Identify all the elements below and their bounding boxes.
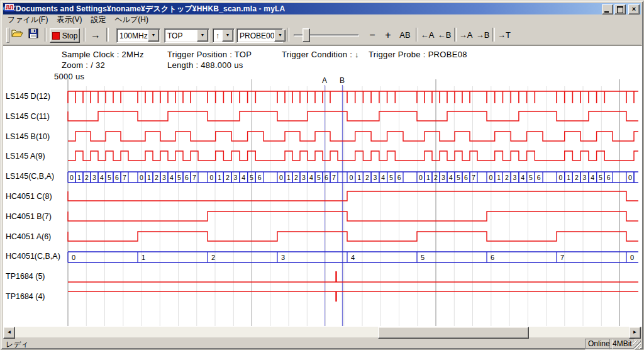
svg-text:3: 3: [302, 174, 306, 181]
zoom-slider[interactable]: [294, 28, 359, 42]
dropdown-arrow-icon[interactable]: ▼: [222, 30, 233, 42]
svg-text:2: 2: [85, 174, 89, 181]
svg-text:4: 4: [309, 174, 313, 181]
svg-text:5: 5: [599, 174, 602, 181]
svg-text:6: 6: [464, 174, 468, 181]
zoom-out-button[interactable]: −: [365, 28, 379, 42]
svg-text:5: 5: [457, 174, 460, 181]
svg-text:1: 1: [357, 174, 361, 181]
zoom-out-label: −: [369, 30, 375, 41]
save-file-button[interactable]: [28, 28, 42, 42]
set-cursor-b-button[interactable]: →B: [475, 28, 491, 42]
status-ready-text: レディ: [6, 339, 29, 350]
trace-hc4051-a: [68, 232, 638, 241]
svg-text:6: 6: [115, 174, 119, 181]
svg-text:5: 5: [421, 254, 425, 261]
svg-text:0: 0: [140, 174, 143, 181]
svg-text:6: 6: [607, 174, 611, 181]
svg-text:1: 1: [77, 174, 81, 181]
set-cursor-a-button[interactable]: →A: [458, 28, 474, 42]
stop-icon: [52, 32, 60, 40]
scrollbar-thumb[interactable]: [378, 327, 529, 339]
dropdown-arrow-icon[interactable]: ▼: [197, 30, 208, 42]
scroll-left-button[interactable]: ◄: [3, 327, 15, 339]
svg-text:0: 0: [279, 174, 283, 181]
svg-text:0: 0: [558, 174, 562, 181]
svg-text:3: 3: [441, 174, 445, 181]
svg-text:4: 4: [170, 174, 174, 181]
menu-file[interactable]: ファイル(F): [3, 14, 52, 26]
menu-help[interactable]: ヘルプ(H): [110, 14, 153, 26]
toolbar-separator: [84, 28, 86, 42]
window-title: C:¥Documents and Settings¥noname¥デスクトップ¥…: [3, 4, 285, 14]
goto-cursor-a-button[interactable]: ←A: [419, 28, 435, 42]
title-bar[interactable]: C:¥Documents and Settings¥noname¥デスクトップ¥…: [3, 3, 641, 14]
minimize-button[interactable]: [602, 4, 613, 14]
svg-text:0: 0: [72, 254, 75, 261]
trigger-position-combo[interactable]: TOP ▼: [164, 28, 209, 43]
floppy-disk-icon: [28, 28, 38, 38]
trigger-position-value: TOP: [165, 31, 197, 40]
maximize-icon: [617, 6, 623, 13]
resize-grip[interactable]: [633, 341, 641, 349]
open-file-button[interactable]: [11, 28, 25, 42]
svg-text:0: 0: [70, 174, 74, 181]
toolbar-separator: [287, 28, 289, 42]
svg-text:3: 3: [162, 174, 166, 181]
waveform-plot: 0123456701234567012345601234567012345601…: [3, 46, 640, 327]
goto-cursor-b-button[interactable]: ←B: [436, 28, 452, 42]
toolbar-grip[interactable]: [6, 28, 9, 43]
minimize-icon: [604, 11, 609, 13]
trace-hc4051-b: [68, 212, 638, 221]
svg-text:3: 3: [92, 174, 96, 181]
sample-clock-combo[interactable]: 100MHz ▼: [116, 28, 160, 43]
sample-clock-value: 100MHz: [117, 31, 148, 40]
horizontal-scrollbar[interactable]: ◄ ►: [3, 327, 641, 337]
zoom-ab-button[interactable]: AB: [397, 28, 413, 42]
svg-text:1: 1: [287, 174, 291, 181]
dropdown-arrow-icon[interactable]: ▼: [274, 30, 286, 42]
svg-text:1: 1: [567, 174, 570, 181]
run-button[interactable]: →: [87, 28, 104, 42]
svg-text:7: 7: [332, 174, 336, 181]
open-folder-icon: [11, 28, 23, 38]
menu-view[interactable]: 表示(V): [52, 14, 86, 26]
svg-text:0: 0: [628, 174, 632, 181]
svg-text:0: 0: [419, 174, 423, 181]
zoom-ab-label: AB: [399, 30, 410, 40]
zoom-in-button[interactable]: +: [381, 28, 395, 42]
goto-t-label: →T: [497, 30, 511, 40]
svg-text:3: 3: [374, 174, 377, 181]
goto-trigger-button[interactable]: →T: [496, 28, 512, 42]
scroll-right-button[interactable]: ►: [629, 327, 641, 339]
svg-text:5: 5: [529, 174, 533, 181]
menu-settings[interactable]: 設定: [86, 14, 110, 26]
trace-hc4051-c: [68, 191, 638, 201]
close-button[interactable]: ×: [628, 4, 640, 14]
svg-text:0: 0: [489, 174, 492, 181]
zoom-slider-thumb[interactable]: [303, 28, 310, 42]
toolbar-separator: [492, 28, 495, 42]
svg-text:1: 1: [497, 174, 501, 181]
svg-text:4: 4: [242, 174, 245, 181]
svg-text:1: 1: [142, 254, 145, 261]
svg-text:7: 7: [123, 174, 126, 181]
status-memory-badge: 4MBit: [609, 339, 635, 349]
maximize-button[interactable]: [614, 4, 626, 14]
stop-button[interactable]: Stop: [50, 28, 80, 43]
svg-text:3: 3: [513, 174, 517, 181]
svg-text:6: 6: [491, 254, 494, 261]
stop-label: Stop: [62, 31, 78, 40]
status-bar: レディ Online 4MBit: [3, 339, 641, 349]
trigger-probe-combo[interactable]: PROBE00 ▼: [236, 28, 283, 43]
dropdown-arrow-icon[interactable]: ▼: [148, 30, 159, 42]
menu-bar: ファイル(F) 表示(V) 設定 ヘルプ(H): [3, 14, 641, 25]
svg-text:5: 5: [108, 174, 111, 181]
svg-text:4: 4: [521, 174, 525, 181]
svg-text:6: 6: [397, 174, 401, 181]
svg-text:0: 0: [630, 254, 634, 261]
toolbar-separator: [454, 28, 457, 42]
svg-text:0: 0: [349, 174, 353, 181]
set-a-label: →A: [459, 30, 473, 40]
trigger-edge-combo[interactable]: ↑ ▼: [213, 28, 235, 43]
